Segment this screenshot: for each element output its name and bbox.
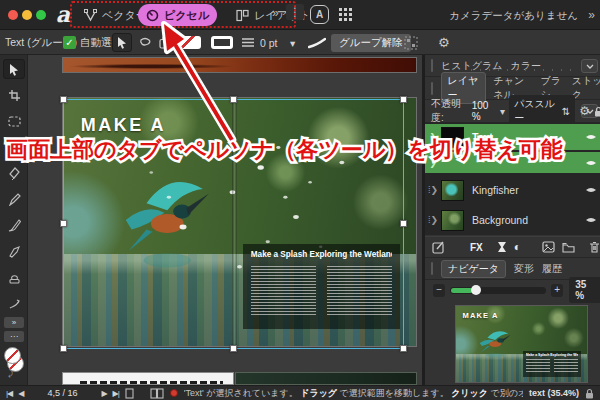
swap-colors-icon[interactable]: ⤸ bbox=[8, 369, 13, 379]
selection-handle[interactable] bbox=[230, 345, 237, 352]
expand-chevron-icon[interactable]: ⁞❯ bbox=[425, 185, 441, 195]
zoom-in-button[interactable]: + bbox=[551, 284, 563, 297]
selection-handle[interactable] bbox=[400, 220, 407, 227]
stroke-width-field[interactable]: 0 pt bbox=[260, 30, 278, 55]
lasso-mode-button[interactable] bbox=[135, 33, 155, 52]
crop-tool-icon[interactable] bbox=[3, 85, 25, 105]
layer-thumbnail[interactable] bbox=[441, 180, 464, 201]
panel-handle bbox=[431, 82, 433, 95]
tools-panel: » ⋯ ⤸ bbox=[0, 55, 28, 385]
preflight-warning-icon[interactable] bbox=[170, 389, 178, 397]
layer-name: Kingfisher bbox=[472, 184, 585, 196]
delete-layer-icon[interactable] bbox=[589, 241, 600, 253]
status-bar: |◀ ◀ 4,5 / 16 ▶ ▶| 'Text' が選択されています。 ドラッ… bbox=[0, 385, 600, 400]
zoom-window-button[interactable] bbox=[36, 10, 46, 20]
vector-brush-tool-icon[interactable] bbox=[3, 189, 25, 209]
tools-overflow-button[interactable]: » bbox=[4, 317, 24, 328]
tab-history[interactable]: 履歴 bbox=[542, 262, 562, 276]
layer-thumbnail[interactable] bbox=[441, 210, 464, 231]
auto-select-checkbox[interactable]: ✓ bbox=[63, 30, 76, 55]
zoom-value[interactable]: 35 % bbox=[569, 277, 600, 303]
previous-spread-edge[interactable] bbox=[62, 57, 417, 73]
stroke-color-swatch[interactable] bbox=[211, 36, 233, 49]
page-view-icon[interactable] bbox=[125, 388, 134, 399]
selection-handle[interactable] bbox=[60, 220, 67, 227]
new-group-icon[interactable] bbox=[562, 242, 575, 253]
expand-chevron-icon[interactable]: ⁞❯ bbox=[425, 215, 441, 225]
adjustment-icon[interactable]: ◐ bbox=[514, 242, 521, 252]
tab-transform[interactable]: 変形 bbox=[514, 262, 534, 276]
lock-icon[interactable] bbox=[594, 106, 600, 117]
blend-options-gear-icon[interactable]: ⚙ bbox=[579, 104, 590, 118]
panel-collapse-button[interactable] bbox=[581, 59, 598, 73]
opacity-value[interactable]: 100 % bbox=[472, 100, 496, 122]
selection-handle[interactable] bbox=[400, 345, 407, 352]
fill-stroke-swatch[interactable] bbox=[4, 347, 24, 373]
persona-toolbar: a ベクター ピクセル レイアウト » ⋮ A bbox=[0, 0, 600, 30]
pen-tool-icon[interactable] bbox=[3, 163, 25, 183]
pixel-tool-icon[interactable] bbox=[3, 241, 25, 261]
zoom-out-button[interactable]: − bbox=[433, 284, 445, 297]
paint-brush-tool-icon[interactable] bbox=[3, 215, 25, 235]
next-spread-right-page[interactable] bbox=[235, 372, 417, 385]
new-image-layer-icon[interactable] bbox=[542, 241, 555, 253]
zoom-slider[interactable] bbox=[450, 287, 545, 294]
gear-icon[interactable]: ⚙ bbox=[438, 30, 450, 55]
fill-color-swatch[interactable] bbox=[173, 36, 201, 49]
prev-page-button[interactable]: ◀ bbox=[18, 389, 23, 398]
persona-overflow-button[interactable]: » bbox=[272, 6, 279, 20]
check-icon: ✓ bbox=[63, 36, 76, 49]
document-canvas[interactable]: MAKE A Make a Splash Exploring the Wetla… bbox=[28, 55, 422, 385]
toolbar-overflow-button[interactable]: » bbox=[588, 8, 595, 22]
page-indicator[interactable]: 4,5 / 16 bbox=[29, 388, 95, 398]
tools-more-button[interactable]: ⋯ bbox=[4, 331, 24, 342]
first-page-button[interactable]: |◀ bbox=[6, 389, 12, 398]
layer-row-background[interactable]: ⁞❯ Background bbox=[425, 206, 600, 234]
minimize-window-button[interactable] bbox=[22, 10, 32, 20]
next-spread-left-page[interactable] bbox=[62, 372, 234, 385]
navigator-thumbnail[interactable]: MAKE A Make a Splash Exploring the Wetla… bbox=[455, 305, 588, 383]
smudge-tool-icon[interactable] bbox=[3, 293, 25, 313]
layer-effects-icon[interactable]: FX bbox=[470, 242, 483, 253]
edit-mask-icon[interactable] bbox=[432, 241, 445, 254]
last-page-button[interactable]: ▶| bbox=[113, 389, 119, 398]
cursor-mode-button[interactable] bbox=[112, 33, 132, 52]
zoom-slider-knob[interactable] bbox=[471, 285, 481, 295]
selection-handle[interactable] bbox=[230, 96, 237, 103]
opacity-caret-icon[interactable]: ▾ bbox=[500, 106, 505, 117]
clone-stamp-tool-icon[interactable] bbox=[3, 267, 25, 287]
ungroup-button[interactable]: グループ解除 bbox=[331, 34, 411, 52]
selection-handle[interactable] bbox=[60, 345, 67, 352]
lock-icon[interactable] bbox=[585, 388, 594, 399]
tab-navigator[interactable]: ナビゲータ bbox=[441, 260, 506, 278]
camera-data-status: カメラデータがありません bbox=[449, 9, 578, 23]
tab-pixel-persona[interactable]: ピクセル bbox=[138, 4, 217, 26]
chevron-down-icon[interactable]: ▾ bbox=[290, 30, 295, 55]
selection-handle[interactable] bbox=[400, 96, 407, 103]
character-style-icon[interactable]: A bbox=[310, 5, 329, 24]
brush-stroke-icon[interactable] bbox=[308, 30, 326, 55]
tab-stock[interactable]: ストック bbox=[572, 74, 600, 102]
eye-icon[interactable] bbox=[585, 186, 597, 194]
pixel-persona-icon bbox=[146, 9, 159, 22]
marquee-tool-icon[interactable] bbox=[3, 111, 25, 131]
studio-grid-icon[interactable] bbox=[338, 7, 353, 22]
move-tool-icon[interactable] bbox=[3, 59, 25, 79]
spread-view-icon[interactable] bbox=[150, 388, 164, 399]
selection-handle[interactable] bbox=[60, 96, 67, 103]
close-window-button[interactable] bbox=[8, 10, 18, 20]
opacity-label: 不透明度: bbox=[431, 97, 468, 125]
stroke-style-icon[interactable] bbox=[241, 30, 255, 55]
eye-icon[interactable] bbox=[585, 133, 597, 141]
blend-mode-value: パススルー bbox=[514, 97, 556, 125]
panel-handle bbox=[431, 262, 433, 275]
eye-icon[interactable] bbox=[585, 159, 597, 167]
next-page-button[interactable]: ▶ bbox=[101, 389, 106, 398]
select-same-icon[interactable] bbox=[404, 30, 418, 55]
eye-icon[interactable] bbox=[585, 216, 597, 224]
duplicate-icon[interactable] bbox=[155, 33, 175, 52]
live-filter-icon[interactable] bbox=[497, 241, 507, 253]
layout-persona-icon bbox=[236, 9, 249, 22]
layer-row-kingfisher[interactable]: ⁞❯ Kingfisher bbox=[425, 176, 600, 204]
persona-more-button[interactable]: ⋮ bbox=[286, 4, 304, 20]
